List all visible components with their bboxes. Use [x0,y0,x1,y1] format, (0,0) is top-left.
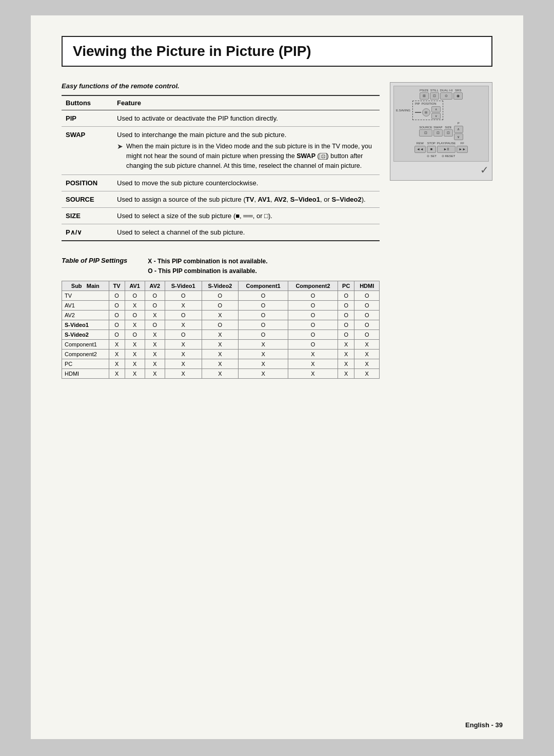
pip-cell: X [354,339,380,349]
pip-cell: X [239,359,288,369]
pip-cell: X [338,349,354,359]
pip-legend: X - This PIP combination is not availabl… [148,257,267,276]
remote-btn-dual: ⊙ [440,92,452,100]
pip-table-header-row: Sub Main TV AV1 AV2 S-Video1 S-Video2 Co… [62,281,380,290]
pip-cell: X [202,359,239,369]
pip-table-row: TVOOOOOOOOO [62,290,380,300]
pip-cell: X [354,359,380,369]
pip-cell: O [125,310,145,320]
pip-cell: O [202,320,239,329]
pip-cell: O [239,310,288,320]
pip-row-sub: Component2 [62,349,109,359]
pip-cell: X [202,339,239,349]
pip-cell: O [354,300,380,310]
pip-cell: O [354,290,380,300]
remote-btn-up: ∧ [431,106,441,112]
remote-btn-srs: ◉ [453,92,463,100]
pip-cell: O [288,339,338,349]
pip-col-av1: AV1 [125,281,145,290]
pip-cell: O [338,300,354,310]
pip-cell: O [125,329,145,339]
pip-cell: O [109,300,125,310]
pip-cell: X [109,369,125,378]
pip-cell: O [354,310,380,320]
pip-cell: X [202,329,239,339]
pip-cell: X [338,369,354,378]
remote-reset-label: ⊙ RESET [442,154,456,158]
remote-btn-psize: ⊞ [420,92,429,100]
pip-table-row: S-Video2OOXOXOOOO [62,329,380,339]
pip-cell: X [202,349,239,359]
checkmark-icon: ✓ [393,163,489,177]
pip-settings-section: Table of PIP Settings X - This PIP combi… [62,257,380,378]
remote-btn-p-up: ∧ [454,126,463,133]
pip-cell: O [239,329,288,339]
legend-x: X - This PIP combination is not availabl… [148,257,267,266]
pip-cell: X [202,369,239,378]
pip-row-sub: PC [62,359,109,369]
remote-btn-ff: ►► [457,146,468,153]
table-row: P∧/∨ Used to select a channel of the sub… [62,224,380,241]
page-title: Viewing the Picture in Picture (PIP) [73,43,481,60]
pip-cell: X [145,349,165,359]
pip-cell: X [165,300,202,310]
pip-cell: X [288,349,338,359]
pip-cell: X [125,369,145,378]
pip-col-svideo2: S-Video2 [202,281,239,290]
arrow-icon: ➤ [117,142,123,170]
feature-swap: Used to interchange the main picture and… [113,127,380,175]
pip-cell: O [109,329,125,339]
legend-o: O - This PIP combination is available. [148,266,267,276]
pip-cell: X [145,329,165,339]
main-content: Easy functions of the remote control. Bu… [62,82,380,379]
pip-table: Sub Main TV AV1 AV2 S-Video1 S-Video2 Co… [62,281,380,379]
pip-col-hdmi: HDMI [354,281,380,290]
pip-row-sub: TV [62,290,109,300]
table-row: SWAP Used to interchange the main pictur… [62,127,380,175]
pip-cell: O [338,310,354,320]
pip-cell: X [288,359,338,369]
remote-set-label: ⊙ SET [427,154,436,158]
pip-cell: X [125,300,145,310]
pip-row-sub: S-Video1 [62,320,109,329]
pip-cell: X [202,310,239,320]
pip-cell: O [288,300,338,310]
pip-table-row: Component1XXXXXXOXX [62,339,380,349]
pip-cell: X [125,339,145,349]
button-swap: SWAP [62,127,113,175]
pip-settings-title: Table of PIP Settings [62,257,127,264]
table-row: POSITION Used to move the sub picture co… [62,175,380,191]
pip-cell: O [338,320,354,329]
pip-cell: X [109,359,125,369]
pip-table-row: S-Video1OXOXOOOOO [62,320,380,329]
pip-cell: X [125,320,145,329]
button-pip: PIP [62,110,113,127]
remote-btn-swap: ⊡ [433,129,443,137]
pip-col-av2: AV2 [145,281,165,290]
remote-btn-stop: ■ [427,146,436,153]
pip-cell: X [145,369,165,378]
pip-cell: X [145,359,165,369]
pip-cell: O [239,300,288,310]
table-row: SOURCE Used to assign a source of the su… [62,191,380,208]
col-header-feature: Feature [113,95,380,110]
table-row: SIZE Used to select a size of the sub pi… [62,208,380,224]
swap-note: When the main picture is in the Video mo… [126,142,375,170]
pip-col-component1: Component1 [239,281,288,290]
pip-table-row: AV1OXOXOOOOO [62,300,380,310]
pip-cell: X [125,349,145,359]
pip-cell: O [145,320,165,329]
pip-cell: O [288,320,338,329]
pip-cell: O [354,329,380,339]
remote-row-4: REW ◄◄ STOP ■ PLAY/PAUSE ►II [396,141,486,152]
pip-cell: X [125,359,145,369]
pip-cell: O [354,320,380,329]
pip-cell: O [109,290,125,300]
page-footer: English - 39 [465,721,503,729]
pip-cell: X [165,339,202,349]
table-row: PIP Used to activate or deactivate the P… [62,110,380,127]
remote-btn-rew: ◄◄ [414,146,426,153]
pip-cell: X [288,369,338,378]
pip-cell: O [288,290,338,300]
remote-btn-pip: ⊞ [422,108,430,117]
